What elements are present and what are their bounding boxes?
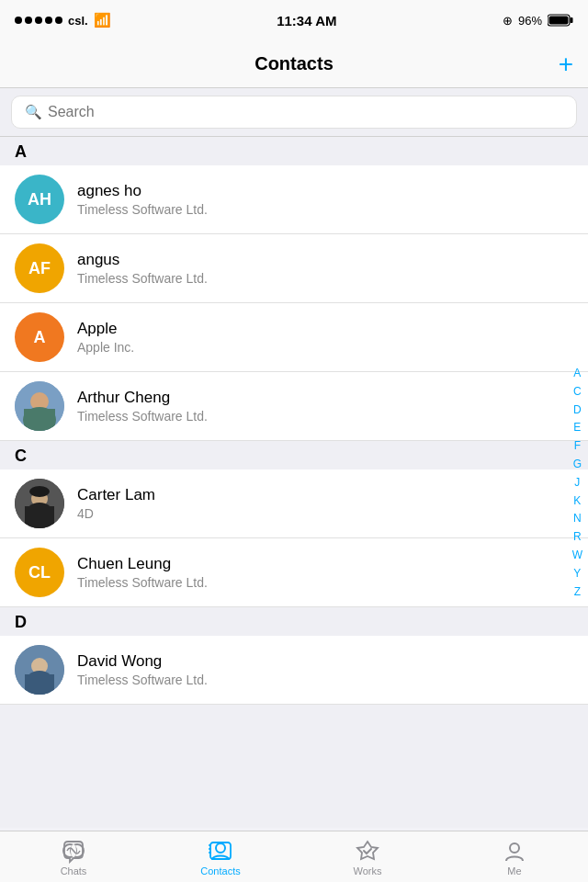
contact-row[interactable]: CL Chuen Leung Timeless Software Ltd. xyxy=(0,538,588,607)
contact-row[interactable]: Carter Lam 4D xyxy=(0,469,588,538)
section-header-a: A xyxy=(0,137,588,165)
search-icon: 🔍 xyxy=(25,104,42,120)
contact-row[interactable]: AH agnes ho Timeless Software Ltd. xyxy=(0,165,588,234)
avatar: A xyxy=(15,312,64,362)
carrier-name: csl. xyxy=(68,14,88,28)
contact-company: Timeless Software Ltd. xyxy=(77,673,573,687)
alpha-e[interactable]: E xyxy=(570,419,584,436)
tab-bar: Chats Contacts Works Me xyxy=(0,831,588,882)
contact-company: Timeless Software Ltd. xyxy=(77,271,573,286)
svg-point-24 xyxy=(510,843,519,853)
svg-point-19 xyxy=(216,843,225,853)
alpha-w[interactable]: W xyxy=(569,547,586,564)
tab-works-label: Works xyxy=(354,865,382,876)
svg-rect-6 xyxy=(24,409,55,431)
alpha-k[interactable]: K xyxy=(570,492,584,509)
tab-contacts-label: Contacts xyxy=(200,865,240,876)
contact-company: Apple Inc. xyxy=(77,340,573,355)
status-left: csl. 📶 xyxy=(15,12,111,28)
alpha-g[interactable]: G xyxy=(570,456,585,473)
tab-me[interactable]: Me xyxy=(441,831,588,882)
alpha-j[interactable]: J xyxy=(571,474,583,492)
svg-rect-2 xyxy=(549,17,569,25)
avatar: CL xyxy=(15,548,64,597)
contact-info: Chuen Leung Timeless Software Ltd. xyxy=(77,555,573,590)
contact-info: agnes ho Timeless Software Ltd. xyxy=(77,182,573,217)
svg-rect-10 xyxy=(25,506,54,528)
contact-row[interactable]: A Apple Apple Inc. xyxy=(0,303,588,372)
status-time: 11:34 AM xyxy=(277,13,336,28)
search-bar[interactable]: 🔍 xyxy=(11,96,577,129)
tab-chats[interactable]: Chats xyxy=(0,831,147,882)
avatar-photo xyxy=(15,645,64,695)
alpha-a[interactable]: A xyxy=(570,365,584,382)
me-icon xyxy=(502,838,527,864)
avatar xyxy=(15,645,64,695)
contact-name: Carter Lam xyxy=(77,486,573,504)
avatar: AH xyxy=(15,175,64,224)
alpha-n[interactable]: N xyxy=(570,510,585,527)
alpha-f[interactable]: F xyxy=(571,437,584,455)
svg-rect-1 xyxy=(571,17,573,23)
works-icon xyxy=(355,838,380,864)
contacts-list: A AH agnes ho Timeless Software Ltd. AF … xyxy=(0,137,588,828)
contact-info: David Wong Timeless Software Ltd. xyxy=(77,652,573,687)
tab-chats-label: Chats xyxy=(61,865,87,876)
contacts-icon xyxy=(208,838,233,864)
contact-name: Chuen Leung xyxy=(77,555,573,573)
contact-company: Timeless Software Ltd. xyxy=(77,202,573,217)
contact-info: Arthur Cheng Timeless Software Ltd. xyxy=(77,389,573,424)
tab-me-label: Me xyxy=(507,865,521,876)
section-header-d: D xyxy=(0,607,588,636)
tab-works[interactable]: Works xyxy=(294,831,441,882)
signal-dots xyxy=(15,17,62,24)
avatar-photo xyxy=(15,479,64,528)
tab-contacts[interactable]: Contacts xyxy=(147,831,294,882)
contact-row[interactable]: AF angus Timeless Software Ltd. xyxy=(0,234,588,303)
contact-company: 4D xyxy=(77,506,573,521)
avatar xyxy=(15,479,64,528)
alpha-d[interactable]: D xyxy=(570,401,585,418)
svg-rect-15 xyxy=(25,674,54,695)
contact-name: Apple xyxy=(77,320,573,338)
section-header-c: C xyxy=(0,441,588,469)
alpha-z[interactable]: Z xyxy=(571,582,584,600)
contact-name: angus xyxy=(77,251,573,269)
contact-name: David Wong xyxy=(77,652,573,671)
avatar: AF xyxy=(15,243,64,293)
contact-company: Timeless Software Ltd. xyxy=(77,409,573,424)
contacts-wrap: A AH agnes ho Timeless Software Ltd. AF … xyxy=(0,137,588,828)
battery-percent: 96% xyxy=(518,14,542,28)
nav-bar: Contacts + xyxy=(0,40,588,88)
search-input[interactable] xyxy=(48,104,563,120)
status-right: ⊕ 96% xyxy=(503,14,573,28)
alphabet-index: A C D E F G J K N R W Y Z xyxy=(569,365,586,600)
status-bar: csl. 📶 11:34 AM ⊕ 96% xyxy=(0,0,588,40)
add-contact-button[interactable]: + xyxy=(559,51,573,77)
avatar xyxy=(15,381,64,431)
avatar-initials: CL xyxy=(28,563,51,582)
contact-info: angus Timeless Software Ltd. xyxy=(77,251,573,286)
avatar-photo xyxy=(15,381,64,431)
svg-point-11 xyxy=(29,486,50,497)
alpha-c[interactable]: C xyxy=(570,383,585,401)
chats-icon xyxy=(61,838,86,864)
contact-info: Carter Lam 4D xyxy=(77,486,573,521)
battery-icon xyxy=(548,14,573,27)
contact-row[interactable]: Arthur Cheng Timeless Software Ltd. xyxy=(0,372,588,441)
contact-row[interactable]: David Wong Timeless Software Ltd. xyxy=(0,636,588,705)
lock-icon: ⊕ xyxy=(503,14,513,28)
search-bar-container: 🔍 xyxy=(0,88,588,137)
avatar-initials: A xyxy=(34,328,46,347)
contact-info: Apple Apple Inc. xyxy=(77,320,573,355)
contact-company: Timeless Software Ltd. xyxy=(77,575,573,590)
avatar-initials: AH xyxy=(28,190,51,209)
contact-name: Arthur Cheng xyxy=(77,389,573,407)
page-title: Contacts xyxy=(254,53,334,74)
alpha-r[interactable]: R xyxy=(570,528,585,546)
alpha-y[interactable]: Y xyxy=(570,565,584,582)
wifi-icon: 📶 xyxy=(94,12,111,28)
avatar-initials: AF xyxy=(28,259,51,278)
contact-name: agnes ho xyxy=(77,182,573,200)
